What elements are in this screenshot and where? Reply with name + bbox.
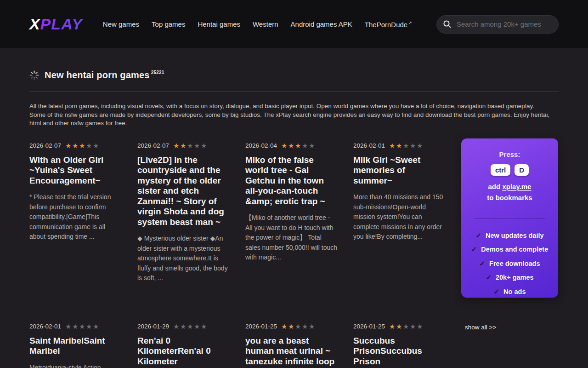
star-icon: ★: [288, 322, 295, 330]
search-icon: [443, 20, 452, 29]
promo-add-prefix: add: [488, 183, 501, 190]
main-content: New hentai porn games25221 All the lates…: [0, 70, 588, 368]
star-icon: ★: [295, 322, 302, 330]
game-description: More than 40 missions and 150 sub-missio…: [353, 192, 445, 242]
game-card[interactable]: 2026-01-25 ★★★★★ you are a beast human m…: [245, 323, 337, 368]
star-icon: ★: [180, 322, 187, 330]
nav-item[interactable]: Hentai games: [198, 20, 240, 28]
games-count-badge: 25221: [151, 70, 164, 75]
star-icon: ★: [309, 322, 316, 330]
promo-keys: ctrlD: [468, 164, 552, 176]
game-meta-row: 2026-01-25 ★★★★★: [353, 323, 445, 330]
logo-x: X: [29, 15, 40, 33]
spinner-icon: [29, 70, 39, 80]
promo-feature-label: Demos and complete: [481, 246, 548, 253]
game-title[interactable]: you are a beast human meat urinal ~ tane…: [245, 336, 337, 367]
game-date: 2026-01-25: [353, 323, 385, 330]
logo-play: PLAY: [40, 15, 83, 33]
game-meta-row: 2026-01-29 ★★★★★: [137, 323, 229, 330]
game-title[interactable]: With an Older Girl ~Yuina's Sweet Encour…: [29, 155, 121, 186]
game-card[interactable]: 2026-02-01 ★★★★★ Milk Girl ~Sweet memori…: [353, 142, 445, 323]
star-icon: ★: [187, 142, 194, 150]
game-meta-row: 2026-02-04 ★★★★★: [245, 142, 337, 149]
game-meta-row: 2026-01-25 ★★★★★: [245, 323, 337, 330]
star-icon: ★: [403, 322, 410, 330]
external-link-icon: ↗: [408, 20, 412, 25]
game-card[interactable]: 2026-01-29 ★★★★★ Ren'ai 0 KilometerRen'a…: [137, 323, 229, 368]
nav-item[interactable]: Android games APK: [291, 20, 352, 28]
site-link[interactable]: xplay.me: [502, 183, 531, 190]
game-card[interactable]: 2026-02-04 ★★★★★ Miko of the false world…: [245, 142, 337, 323]
game-title[interactable]: Milk Girl ~Sweet memories of summer~: [353, 155, 445, 186]
game-description: ◆ Mysterious older sister ◆An older sist…: [137, 234, 229, 283]
star-icon: ★: [302, 322, 309, 330]
search-input[interactable]: [456, 20, 554, 29]
promo-add-line: add xplay.me: [468, 183, 552, 190]
star-icon: ★: [295, 142, 302, 150]
keycap-ctrl: ctrl: [491, 164, 510, 176]
game-meta-row: 2026-02-01 ★★★★★: [353, 142, 445, 149]
star-icon: ★: [288, 142, 295, 150]
star-icon: ★: [65, 322, 72, 330]
star-icon: ★: [79, 142, 86, 150]
site-logo[interactable]: XPLAY: [29, 15, 83, 33]
game-title[interactable]: Saint MaribelSaint Maribel: [29, 336, 121, 356]
game-meta-row: 2026-02-01 ★★★★★: [29, 323, 121, 330]
promo-feature-label: New updates daily: [486, 232, 544, 239]
nav-item[interactable]: Top games: [152, 20, 185, 28]
star-icon: ★: [389, 322, 396, 330]
checkmark-icon: ✓: [471, 245, 477, 253]
star-icon: ★: [194, 142, 201, 150]
promo-feature-item: ✓New updates daily: [468, 231, 552, 240]
star-icon: ★: [201, 322, 208, 330]
game-card[interactable]: 2026-01-25 ★★★★★ Succubus PrisonSuccubus…: [353, 323, 445, 368]
promo-features-list: ✓New updates daily✓Demos and complete✓Fr…: [468, 231, 552, 296]
star-icon: ★: [72, 142, 79, 150]
star-icon: ★: [417, 142, 424, 150]
star-icon: ★: [173, 322, 180, 330]
intro-line: Some of the nsfw games are made by indep…: [29, 111, 559, 128]
nav-item[interactable]: Western: [253, 20, 278, 28]
show-all-link[interactable]: show all >>: [461, 323, 496, 331]
star-icon: ★: [396, 322, 403, 330]
promo-bookmarks-line: to bookmarks: [468, 194, 552, 201]
game-rating: ★★★★★: [389, 142, 424, 149]
bookmark-promo-card: Press: ctrlD add xplay.me to bookmarks ✓…: [461, 138, 558, 298]
checkmark-icon: ✓: [486, 273, 492, 282]
game-date: 2026-02-07: [137, 142, 169, 149]
game-date: 2026-02-07: [29, 142, 61, 149]
star-icon: ★: [389, 142, 396, 150]
star-icon: ★: [281, 322, 288, 330]
game-rating: ★★★★★: [173, 142, 208, 149]
game-rating: ★★★★★: [173, 323, 208, 330]
star-icon: ★: [86, 142, 93, 150]
game-description: * Please test the trial version before p…: [29, 192, 121, 242]
promo-feature-label: Free downloads: [489, 260, 540, 267]
main-nav: New gamesTop gamesHentai gamesWesternAnd…: [103, 20, 412, 29]
game-title[interactable]: Miko of the false world tree - Gal Getch…: [245, 155, 337, 207]
game-title[interactable]: Ren'ai 0 KilometerRen'ai 0 Kilometer: [137, 336, 229, 367]
star-icon: ★: [86, 322, 93, 330]
checkmark-icon: ✓: [494, 288, 500, 296]
star-icon: ★: [309, 142, 316, 150]
star-icon: ★: [194, 322, 201, 330]
promo-feature-item: ✓No ads: [468, 288, 552, 296]
game-date: 2026-01-29: [137, 323, 169, 330]
star-icon: ★: [173, 142, 180, 150]
game-card[interactable]: 2026-02-01 ★★★★★ Saint MaribelSaint Mari…: [29, 323, 121, 368]
nav-item[interactable]: ThePornDude↗: [365, 20, 412, 29]
game-date: 2026-02-01: [353, 142, 385, 149]
star-icon: ★: [79, 322, 86, 330]
promo-feature-label: No ads: [503, 288, 526, 295]
heading-divider: [29, 91, 559, 92]
nav-item[interactable]: New games: [103, 20, 139, 28]
game-card[interactable]: 2026-02-07 ★★★★★ With an Older Girl ~Yui…: [29, 142, 121, 323]
game-title[interactable]: Succubus PrisonSuccubus Prison: [353, 336, 445, 367]
intro-text: All the latest porn games, including vis…: [29, 102, 559, 128]
game-title[interactable]: [Live2D] In the countryside and the myst…: [137, 155, 229, 228]
search-bar[interactable]: [436, 15, 559, 34]
promo-divider: [474, 218, 545, 219]
game-date: 2026-01-25: [245, 323, 277, 330]
game-card[interactable]: 2026-02-07 ★★★★★ [Live2D] In the country…: [137, 142, 229, 323]
promo-feature-item: ✓20k+ games: [468, 273, 552, 282]
